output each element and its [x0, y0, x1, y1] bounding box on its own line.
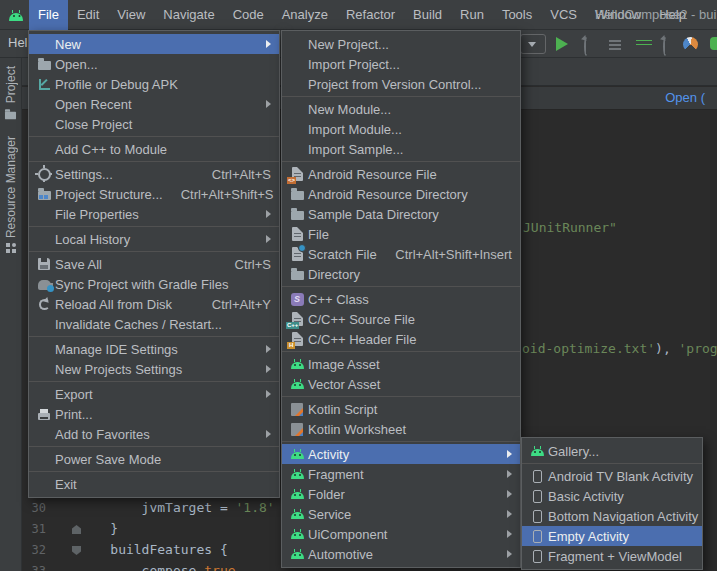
folder-icon [36, 56, 52, 72]
submenu-arrow-icon [266, 100, 271, 108]
menubar-item-view[interactable]: View [108, 0, 154, 30]
menubar-item-vcs[interactable]: VCS [541, 0, 586, 30]
menu-item-vector-asset[interactable]: Vector Asset [282, 374, 520, 394]
menu-item-folder[interactable]: Folder [282, 484, 520, 504]
menu-item-print[interactable]: Print... [29, 404, 279, 424]
menu-separator [29, 161, 279, 162]
run-config-dropdown[interactable] [520, 34, 546, 54]
menu-item-local-history[interactable]: Local History [29, 229, 279, 249]
menubar-item-code[interactable]: Code [224, 0, 273, 30]
cpp-source-icon [289, 311, 305, 327]
menu-item-open[interactable]: Open... [29, 54, 279, 74]
menu-item-reload-all-from-disk[interactable]: Reload All from DiskCtrl+Alt+Y [29, 294, 279, 314]
window-title: HelloCompose2 - build [595, 0, 717, 30]
menu-item-image-asset[interactable]: Image Asset [282, 354, 520, 374]
menu-item-power-save-mode[interactable]: Power Save Mode [29, 449, 279, 469]
menu-item-fragment-viewmodel[interactable]: Fragment + ViewModel [522, 546, 702, 566]
menu-item-cpp-header-file[interactable]: C/C++ Header File [282, 329, 520, 349]
menu-separator [29, 381, 279, 382]
menubar-item-edit[interactable]: Edit [68, 0, 108, 30]
menu-item-new-project[interactable]: New Project... [282, 34, 520, 54]
menu-item-android-tv-blank-activity[interactable]: Android TV Blank Activity [522, 466, 702, 486]
menu-item-manage-ide-settings[interactable]: Manage IDE Settings [29, 339, 279, 359]
cpp-header-icon [289, 331, 305, 347]
profiler-icon[interactable] [683, 37, 698, 52]
sidebar-item-project[interactable]: Project [0, 66, 21, 120]
menu-item-directory[interactable]: Directory [282, 264, 520, 284]
menu-item-cpp-source-file[interactable]: C/C++ Source File [282, 309, 520, 329]
menu-item-fragment[interactable]: Fragment [282, 464, 520, 484]
menu-item-exit[interactable]: Exit [29, 474, 279, 494]
open-link[interactable]: Open ( [665, 90, 705, 105]
menubar-item-tools[interactable]: Tools [493, 0, 541, 30]
resource-manager-icon [6, 243, 16, 253]
menu-item-export[interactable]: Export [29, 384, 279, 404]
menu-item-profile-or-debug-apk[interactable]: Profile or Debug APK [29, 74, 279, 94]
menubar-item-build[interactable]: Build [404, 0, 451, 30]
menu-item-new[interactable]: New [29, 34, 279, 54]
menu-item-import-project[interactable]: Import Project... [282, 54, 520, 74]
menu-item-bottom-navigation-activity[interactable]: Bottom Navigation Activity [522, 506, 702, 526]
apply-changes-icon[interactable] [584, 37, 588, 56]
menubar-item-navigate[interactable]: Navigate [154, 0, 223, 30]
menu-item-import-module[interactable]: Import Module... [282, 119, 520, 139]
menu-item-service[interactable]: Service [282, 504, 520, 524]
android-icon [289, 546, 305, 562]
menu-item-android-resource-file[interactable]: Android Resource File [282, 164, 520, 184]
submenu-arrow-icon [266, 365, 271, 373]
menu-item-scratch-file[interactable]: Scratch FileCtrl+Alt+Shift+Insert [282, 244, 520, 264]
submenu-arrow-icon [507, 550, 512, 558]
apply-code-changes-icon[interactable] [609, 40, 621, 42]
menu-item-new-projects-settings[interactable]: New Projects Settings [29, 359, 279, 379]
run-icon[interactable] [556, 37, 568, 51]
menu-item-project-from-version-control[interactable]: Project from Version Control... [282, 74, 520, 94]
submenu-arrow-icon [507, 510, 512, 518]
menu-separator [282, 396, 520, 397]
menu-item-project-structure[interactable]: Project Structure...Ctrl+Alt+Shift+S [29, 184, 279, 204]
menu-separator [282, 286, 520, 287]
menu-item-cpp-class[interactable]: C++ Class [282, 289, 520, 309]
attach-profiler-icon[interactable] [663, 37, 667, 56]
menubar-item-run[interactable]: Run [451, 0, 493, 30]
android-icon [289, 356, 305, 372]
menu-item-file[interactable]: File [282, 224, 520, 244]
menu-bar: File Edit View Navigate Code Analyze Ref… [0, 0, 717, 30]
phone-icon [529, 508, 545, 524]
menu-item-add-to-favorites[interactable]: Add to Favorites [29, 424, 279, 444]
menu-item-android-resource-directory[interactable]: Android Resource Directory [282, 184, 520, 204]
menu-item-gallery[interactable]: Gallery... [522, 441, 702, 461]
submenu-arrow-icon [507, 530, 512, 538]
menu-item-empty-activity[interactable]: Empty Activity [522, 526, 702, 546]
menubar-item-refactor[interactable]: Refactor [337, 0, 404, 30]
reload-icon [36, 296, 52, 312]
menu-item-sync-project-with-gradle-files[interactable]: Sync Project with Gradle Files [29, 274, 279, 294]
menu-item-activity[interactable]: Activity [282, 444, 520, 464]
menu-item-automotive[interactable]: Automotive [282, 544, 520, 564]
menubar-item-file[interactable]: File [29, 0, 68, 30]
sidebar-item-resource-manager[interactable]: Resource Manager [0, 136, 21, 253]
kotlin-icon [289, 421, 305, 437]
menu-item-invalidate-caches[interactable]: Invalidate Caches / Restart... [29, 314, 279, 334]
menu-item-new-module[interactable]: New Module... [282, 99, 520, 119]
partial-toolbar-icon[interactable] [710, 37, 717, 50]
menu-separator [282, 96, 520, 97]
menu-item-open-recent[interactable]: Open Recent [29, 94, 279, 114]
menu-item-file-properties[interactable]: File Properties [29, 204, 279, 224]
android-studio-logo-icon [7, 7, 25, 23]
menu-item-basic-activity[interactable]: Basic Activity [522, 486, 702, 506]
folder-icon [289, 266, 305, 282]
menu-item-close-project[interactable]: Close Project [29, 114, 279, 134]
menu-item-sample-data-directory[interactable]: Sample Data Directory [282, 204, 520, 224]
new-submenu-popup: New Project... Import Project... Project… [281, 30, 521, 568]
menu-item-add-cpp-to-module[interactable]: Add C++ to Module [29, 139, 279, 159]
menu-item-save-all[interactable]: Save AllCtrl+S [29, 254, 279, 274]
menu-item-kotlin-worksheet[interactable]: Kotlin Worksheet [282, 419, 520, 439]
menu-item-import-sample[interactable]: Import Sample... [282, 139, 520, 159]
android-icon [529, 443, 545, 459]
cpp-class-icon [289, 291, 305, 307]
breadcrumb[interactable]: Hel [8, 35, 28, 50]
menu-item-uicomponent[interactable]: UiComponent [282, 524, 520, 544]
menu-item-settings[interactable]: Settings...Ctrl+Alt+S [29, 164, 279, 184]
menubar-item-analyze[interactable]: Analyze [273, 0, 337, 30]
menu-item-kotlin-script[interactable]: Kotlin Script [282, 399, 520, 419]
